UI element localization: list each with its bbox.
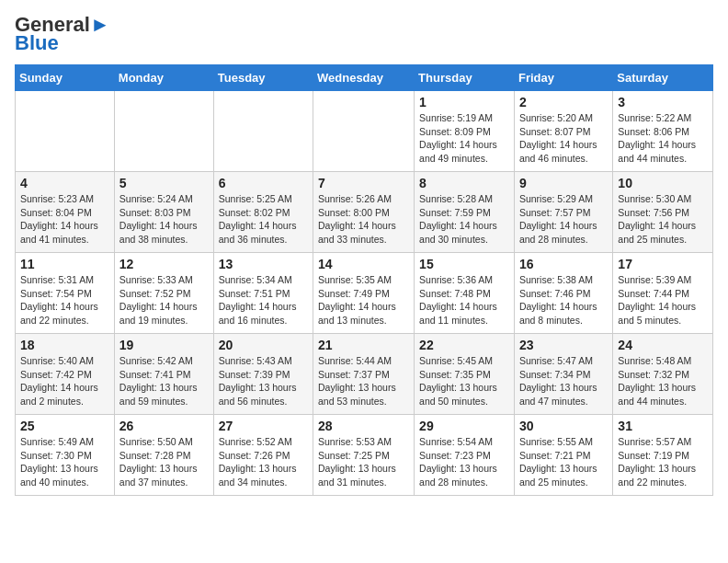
logo-blue: Blue [15,31,59,55]
day-number: 14 [318,257,409,271]
day-number: 24 [618,338,708,352]
day-info: Sunrise: 5:49 AM Sunset: 7:30 PM Dayligh… [20,435,109,489]
day-info: Sunrise: 5:24 AM Sunset: 8:03 PM Dayligh… [119,192,209,247]
day-info: Sunrise: 5:23 AM Sunset: 8:04 PM Dayligh… [20,192,109,247]
day-info: Sunrise: 5:54 AM Sunset: 7:23 PM Dayligh… [419,435,509,489]
day-number: 21 [318,338,409,352]
day-info: Sunrise: 5:47 AM Sunset: 7:34 PM Dayligh… [519,354,608,408]
day-number: 15 [419,257,509,271]
day-number: 20 [219,338,308,352]
day-number: 25 [20,419,109,433]
weekday-header-saturday: Saturday [613,65,713,91]
day-number: 5 [119,176,209,190]
day-number: 9 [519,176,608,190]
day-info: Sunrise: 5:55 AM Sunset: 7:21 PM Dayligh… [519,435,608,489]
day-number: 28 [318,419,409,433]
calendar-cell: 3Sunrise: 5:22 AM Sunset: 8:06 PM Daylig… [613,91,713,172]
day-info: Sunrise: 5:35 AM Sunset: 7:49 PM Dayligh… [318,273,409,327]
day-number: 19 [119,338,209,352]
day-number: 1 [419,95,509,109]
calendar-cell: 26Sunrise: 5:50 AM Sunset: 7:28 PM Dayli… [114,415,213,496]
day-number: 31 [618,419,708,433]
calendar-cell: 9Sunrise: 5:29 AM Sunset: 7:57 PM Daylig… [514,172,612,253]
calendar-cell [16,91,115,172]
day-info: Sunrise: 5:53 AM Sunset: 7:25 PM Dayligh… [318,435,409,489]
day-number: 27 [219,419,308,433]
day-info: Sunrise: 5:29 AM Sunset: 7:57 PM Dayligh… [519,192,608,247]
calendar-cell: 17Sunrise: 5:39 AM Sunset: 7:44 PM Dayli… [613,253,713,334]
calendar-cell: 8Sunrise: 5:28 AM Sunset: 7:59 PM Daylig… [415,172,515,253]
calendar-cell: 5Sunrise: 5:24 AM Sunset: 8:03 PM Daylig… [114,172,213,253]
day-number: 17 [618,257,708,271]
day-number: 4 [20,176,109,190]
calendar-cell: 20Sunrise: 5:43 AM Sunset: 7:39 PM Dayli… [213,334,313,415]
day-info: Sunrise: 5:30 AM Sunset: 7:56 PM Dayligh… [618,192,708,247]
day-info: Sunrise: 5:39 AM Sunset: 7:44 PM Dayligh… [618,273,708,327]
calendar-cell: 11Sunrise: 5:31 AM Sunset: 7:54 PM Dayli… [16,253,115,334]
day-info: Sunrise: 5:48 AM Sunset: 7:32 PM Dayligh… [618,354,708,408]
day-info: Sunrise: 5:22 AM Sunset: 8:06 PM Dayligh… [618,111,708,166]
calendar-cell: 24Sunrise: 5:48 AM Sunset: 7:32 PM Dayli… [613,334,713,415]
day-info: Sunrise: 5:19 AM Sunset: 8:09 PM Dayligh… [419,111,509,166]
day-info: Sunrise: 5:34 AM Sunset: 7:51 PM Dayligh… [219,273,308,327]
day-info: Sunrise: 5:40 AM Sunset: 7:42 PM Dayligh… [20,354,109,408]
day-number: 13 [219,257,308,271]
calendar-cell: 15Sunrise: 5:36 AM Sunset: 7:48 PM Dayli… [415,253,515,334]
day-number: 23 [519,338,608,352]
day-info: Sunrise: 5:31 AM Sunset: 7:54 PM Dayligh… [20,273,109,327]
calendar-cell: 25Sunrise: 5:49 AM Sunset: 7:30 PM Dayli… [16,415,115,496]
page-header: General► Blue [15,15,713,55]
day-info: Sunrise: 5:43 AM Sunset: 7:39 PM Dayligh… [219,354,308,408]
calendar-cell [114,91,213,172]
calendar-cell: 29Sunrise: 5:54 AM Sunset: 7:23 PM Dayli… [415,415,515,496]
day-number: 30 [519,419,608,433]
calendar-cell: 6Sunrise: 5:25 AM Sunset: 8:02 PM Daylig… [213,172,313,253]
day-info: Sunrise: 5:45 AM Sunset: 7:35 PM Dayligh… [419,354,509,408]
day-number: 22 [419,338,509,352]
day-info: Sunrise: 5:20 AM Sunset: 8:07 PM Dayligh… [519,111,608,166]
day-number: 11 [20,257,109,271]
day-info: Sunrise: 5:52 AM Sunset: 7:26 PM Dayligh… [219,435,308,489]
calendar-cell: 13Sunrise: 5:34 AM Sunset: 7:51 PM Dayli… [213,253,313,334]
weekday-header-sunday: Sunday [16,65,115,91]
calendar-table: SundayMondayTuesdayWednesdayThursdayFrid… [15,64,713,496]
calendar-cell: 10Sunrise: 5:30 AM Sunset: 7:56 PM Dayli… [613,172,713,253]
calendar-cell: 4Sunrise: 5:23 AM Sunset: 8:04 PM Daylig… [16,172,115,253]
calendar-cell: 2Sunrise: 5:20 AM Sunset: 8:07 PM Daylig… [514,91,612,172]
day-info: Sunrise: 5:28 AM Sunset: 7:59 PM Dayligh… [419,192,509,247]
calendar-cell: 14Sunrise: 5:35 AM Sunset: 7:49 PM Dayli… [313,253,415,334]
day-number: 18 [20,338,109,352]
day-number: 3 [618,95,708,109]
calendar-cell: 1Sunrise: 5:19 AM Sunset: 8:09 PM Daylig… [415,91,515,172]
day-info: Sunrise: 5:42 AM Sunset: 7:41 PM Dayligh… [119,354,209,408]
day-number: 26 [119,419,209,433]
day-info: Sunrise: 5:57 AM Sunset: 7:19 PM Dayligh… [618,435,708,489]
calendar-cell: 31Sunrise: 5:57 AM Sunset: 7:19 PM Dayli… [613,415,713,496]
day-info: Sunrise: 5:25 AM Sunset: 8:02 PM Dayligh… [219,192,308,247]
calendar-cell: 16Sunrise: 5:38 AM Sunset: 7:46 PM Dayli… [514,253,612,334]
calendar-cell: 22Sunrise: 5:45 AM Sunset: 7:35 PM Dayli… [415,334,515,415]
weekday-header-thursday: Thursday [415,65,515,91]
day-info: Sunrise: 5:36 AM Sunset: 7:48 PM Dayligh… [419,273,509,327]
calendar-cell: 18Sunrise: 5:40 AM Sunset: 7:42 PM Dayli… [16,334,115,415]
day-info: Sunrise: 5:38 AM Sunset: 7:46 PM Dayligh… [519,273,608,327]
calendar-cell: 12Sunrise: 5:33 AM Sunset: 7:52 PM Dayli… [114,253,213,334]
day-number: 16 [519,257,608,271]
weekday-header-friday: Friday [514,65,612,91]
day-number: 7 [318,176,409,190]
day-number: 2 [519,95,608,109]
weekday-header-wednesday: Wednesday [313,65,415,91]
day-info: Sunrise: 5:26 AM Sunset: 8:00 PM Dayligh… [318,192,409,247]
day-info: Sunrise: 5:33 AM Sunset: 7:52 PM Dayligh… [119,273,209,327]
logo: General► Blue [15,15,110,55]
calendar-cell: 28Sunrise: 5:53 AM Sunset: 7:25 PM Dayli… [313,415,415,496]
day-info: Sunrise: 5:44 AM Sunset: 7:37 PM Dayligh… [318,354,409,408]
calendar-cell: 27Sunrise: 5:52 AM Sunset: 7:26 PM Dayli… [213,415,313,496]
day-info: Sunrise: 5:50 AM Sunset: 7:28 PM Dayligh… [119,435,209,489]
day-number: 10 [618,176,708,190]
day-number: 12 [119,257,209,271]
calendar-cell: 23Sunrise: 5:47 AM Sunset: 7:34 PM Dayli… [514,334,612,415]
calendar-cell [313,91,415,172]
calendar-cell: 7Sunrise: 5:26 AM Sunset: 8:00 PM Daylig… [313,172,415,253]
calendar-cell [213,91,313,172]
